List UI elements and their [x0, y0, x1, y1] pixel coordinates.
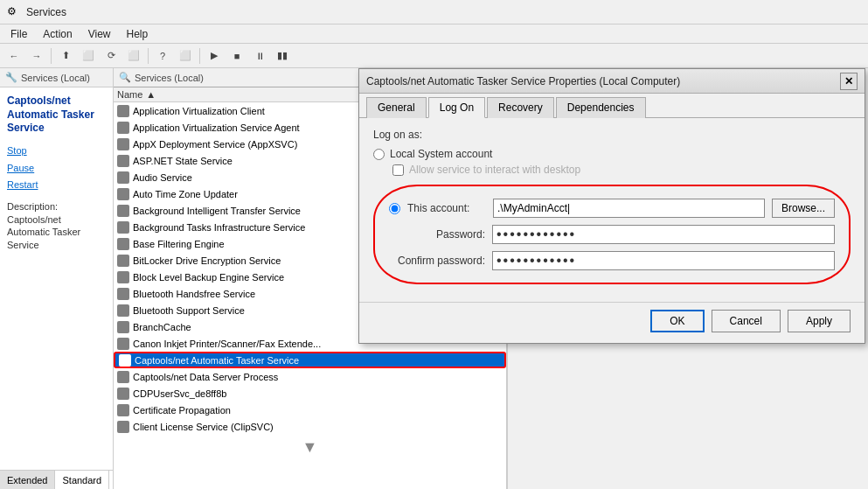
service-icon [117, 421, 129, 433]
column-name: Name [117, 89, 142, 100]
list-item[interactable]: Certificate Propagation [114, 402, 506, 418]
this-account-radio[interactable] [389, 203, 400, 214]
browse-button[interactable]: Browse... [772, 199, 835, 218]
toolbar-info[interactable]: ⬜ [175, 46, 196, 66]
toolbar-export[interactable]: ⬜ [123, 46, 144, 66]
toolbar-refresh[interactable]: ⟳ [101, 46, 122, 66]
services-local-icon: 🔧 [5, 72, 17, 83]
allow-desktop-label: Allow service to interact with desktop [409, 164, 580, 176]
service-icon [117, 371, 129, 383]
service-icon [117, 288, 129, 300]
confirm-password-input[interactable] [492, 251, 835, 270]
local-system-radio[interactable] [373, 149, 385, 160]
main-layout: 🔧 Services (Local) Captools/net Automati… [0, 68, 868, 489]
service-icon [117, 155, 129, 167]
password-label: Password: [389, 228, 485, 241]
service-icon [117, 188, 129, 200]
list-item[interactable]: Client License Service (ClipSVC) [114, 418, 506, 435]
service-icon [117, 205, 129, 217]
service-icon [117, 271, 129, 283]
service-icon [117, 238, 129, 250]
list-item[interactable]: Captools/net Data Server Process [114, 368, 506, 385]
ok-button[interactable]: OK [650, 310, 704, 332]
pause-link[interactable]: Pause [7, 160, 106, 178]
toolbar-pause[interactable]: ⏸ [249, 46, 270, 66]
service-icon [117, 321, 129, 333]
service-icon [117, 404, 129, 416]
menu-view[interactable]: View [81, 26, 118, 42]
selected-service-name: Captools/net Automatic Tasker Service [7, 94, 106, 136]
service-icon [117, 388, 129, 400]
allow-desktop-checkbox[interactable] [392, 164, 404, 176]
apply-button[interactable]: Apply [788, 310, 851, 332]
dialog-title-bar: Captools/net Automatic Tasker Service Pr… [359, 69, 865, 94]
tab-dependencies[interactable]: Dependencies [556, 97, 646, 118]
service-name: Client License Service (ClipSVC) [133, 422, 503, 432]
description-label: Description: [7, 201, 106, 212]
sort-icon: ▲ [146, 89, 156, 100]
cancel-button[interactable]: Cancel [712, 310, 781, 332]
toolbar-up[interactable]: ⬆ [55, 46, 76, 66]
service-icon [117, 304, 129, 317]
service-icon [117, 338, 129, 350]
menu-bar: File Action View Help [0, 24, 868, 44]
service-icon [117, 221, 129, 234]
title-bar: ⚙ Services [0, 0, 868, 24]
password-input[interactable] [492, 225, 835, 244]
service-name: Certificate Propagation [133, 405, 503, 416]
left-panel: 🔧 Services (Local) Captools/net Automati… [0, 68, 114, 489]
toolbar-help[interactable]: ? [152, 46, 173, 66]
toolbar-forward[interactable]: → [26, 46, 47, 66]
logon-section-label: Log on as: [373, 129, 851, 141]
service-icon [117, 122, 129, 134]
tab-recovery[interactable]: Recovery [487, 97, 554, 118]
service-icon [117, 105, 129, 117]
this-account-row: This account: Browse... [389, 199, 835, 218]
dialog-tabs: General Log On Recovery Dependencies [359, 94, 865, 118]
service-icon [117, 255, 129, 267]
toolbar-show-hide[interactable]: ⬜ [78, 46, 99, 66]
toolbar-sep-1 [51, 48, 52, 64]
dialog-buttons: OK Cancel Apply [359, 302, 865, 343]
left-panel-title: Services (Local) [21, 73, 90, 83]
confirm-password-row: Confirm password: [389, 251, 835, 270]
tab-logon[interactable]: Log On [428, 97, 485, 118]
this-account-label: This account: [407, 202, 486, 214]
restart-link[interactable]: Restart [7, 177, 106, 194]
menu-help[interactable]: Help [120, 26, 156, 42]
bottom-tabs: Extended Standard [0, 470, 113, 489]
menu-file[interactable]: File [3, 26, 34, 42]
service-name: Captools/net Data Server Process [133, 372, 503, 382]
password-row: Password: [389, 225, 835, 244]
tab-general[interactable]: General [366, 97, 427, 118]
allow-desktop-row: Allow service to interact with desktop [392, 164, 851, 176]
menu-action[interactable]: Action [36, 26, 79, 42]
toolbar-play[interactable]: ▶ [204, 46, 225, 66]
dialog-content: Log on as: Local System account Allow se… [359, 118, 865, 295]
toolbar-back[interactable]: ← [3, 46, 24, 66]
list-item[interactable]: Captools/net Automatic Tasker Service [114, 352, 506, 368]
list-item[interactable]: CDPUserSvc_de8ff8b [114, 385, 506, 402]
account-input[interactable] [493, 199, 765, 218]
tab-standard[interactable]: Standard [55, 471, 109, 489]
left-panel-header: 🔧 Services (Local) [0, 68, 113, 87]
dialog-close-button[interactable]: ✕ [840, 73, 858, 90]
scroll-down-indicator[interactable]: ▼ [114, 435, 506, 460]
toolbar-restart[interactable]: ▮▮ [272, 46, 293, 66]
local-system-row: Local System account [373, 148, 851, 160]
service-icon [117, 138, 129, 150]
service-icon [119, 354, 131, 367]
service-name: Captools/net Automatic Tasker Service [135, 355, 501, 366]
toolbar: ← → ⬆ ⬜ ⟳ ⬜ ? ⬜ ▶ ■ ⏸ ▮▮ [0, 44, 868, 68]
stop-link[interactable]: Stop [7, 143, 106, 160]
service-icon [117, 171, 129, 184]
app-icon: ⚙ [7, 5, 21, 19]
tab-extended[interactable]: Extended [0, 471, 55, 489]
search-icon: 🔍 [119, 72, 131, 83]
service-name: CDPUserSvc_de8ff8b [133, 388, 503, 399]
properties-dialog: Captools/net Automatic Tasker Service Pr… [358, 68, 865, 344]
center-panel-title: Services (Local) [135, 73, 204, 83]
toolbar-stop[interactable]: ■ [226, 46, 247, 66]
service-actions: Stop Pause Restart [7, 143, 106, 194]
title-bar-text: Services [26, 6, 66, 18]
